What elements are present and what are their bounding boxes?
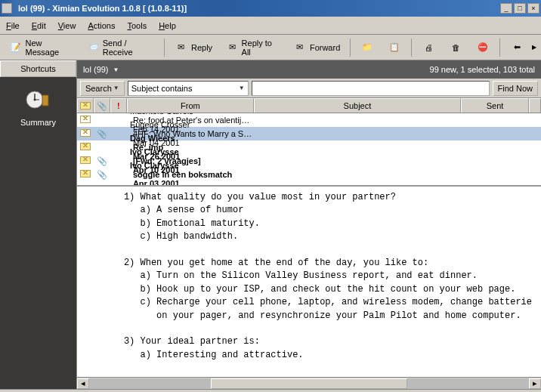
status-cell bbox=[77, 129, 94, 138]
folder-status: 99 new, 1 selected, 103 total bbox=[430, 65, 535, 74]
forward-icon: ✉ bbox=[293, 41, 307, 54]
paperclip-icon: 📎 bbox=[97, 170, 107, 179]
menu-file[interactable]: File bbox=[6, 21, 20, 30]
separator bbox=[411, 39, 412, 57]
folder-bar: lol (99) ▼ 99 new, 1 selected, 103 total bbox=[77, 60, 541, 79]
copy-button[interactable]: 📋 bbox=[382, 37, 407, 58]
window-title: lol (99) - Ximian Evolution 1.0.8 [ (1.0… bbox=[15, 4, 499, 13]
menu-actions[interactable]: Actions bbox=[88, 21, 115, 30]
shortcuts-header[interactable]: Shortcuts bbox=[0, 60, 76, 77]
paperclip-icon: 📎 bbox=[97, 156, 107, 165]
message-list[interactable]: Machteld Garrels Re: food at Peter's on … bbox=[77, 113, 541, 185]
horizontal-scrollbar[interactable]: ◂ ▸ bbox=[77, 377, 541, 389]
search-mode-select[interactable]: Subject contains ▼ bbox=[128, 81, 249, 96]
move-button[interactable]: 📁 bbox=[355, 37, 379, 58]
col-subject[interactable]: Subject bbox=[254, 98, 461, 113]
read-icon bbox=[80, 129, 91, 137]
chevron-down-icon: ▼ bbox=[239, 85, 245, 91]
statusbar: ⊶ bbox=[0, 389, 541, 392]
new-message-button[interactable]: 📝 New Message bbox=[5, 35, 79, 60]
svg-rect-4 bbox=[42, 95, 48, 106]
menu-edit[interactable]: Edit bbox=[32, 21, 46, 30]
move-icon: 📁 bbox=[360, 41, 374, 54]
trash-icon: 🗑 bbox=[449, 41, 462, 54]
reply-button[interactable]: ✉ Reply bbox=[169, 37, 218, 58]
subject-cell: soggie in een boksmatch bbox=[130, 170, 254, 179]
menu-view[interactable]: View bbox=[58, 21, 76, 30]
toolbar-more-arrow[interactable]: ▶ bbox=[532, 44, 536, 51]
send-receive-button[interactable]: 📨 Send / Receive bbox=[82, 35, 159, 60]
menu-help[interactable]: Help bbox=[159, 21, 176, 30]
unread-icon bbox=[80, 156, 91, 164]
separator bbox=[350, 39, 351, 57]
col-status[interactable] bbox=[77, 98, 94, 113]
scroll-left-arrow[interactable]: ◂ bbox=[77, 378, 89, 389]
read-icon bbox=[80, 116, 91, 123]
search-button[interactable]: Search ▼ bbox=[80, 81, 125, 96]
status-cell bbox=[77, 170, 94, 179]
separator bbox=[164, 39, 165, 57]
unread-icon bbox=[80, 170, 91, 177]
paperclip-icon: 📎 bbox=[97, 101, 107, 111]
compose-icon: 📝 bbox=[10, 41, 22, 54]
stop-icon: ⛔ bbox=[476, 41, 490, 54]
window-menu-icon[interactable] bbox=[2, 3, 12, 14]
col-flag[interactable]: ! bbox=[110, 98, 127, 113]
reply-all-button[interactable]: ✉ Reply to All bbox=[221, 35, 285, 60]
titlebar[interactable]: lol (99) - Ximian Evolution 1.0.8 [ (1.0… bbox=[0, 0, 541, 17]
paperclip-icon: 📎 bbox=[97, 129, 107, 138]
col-sent[interactable]: Sent bbox=[461, 98, 529, 113]
status-cell bbox=[77, 143, 94, 152]
search-input[interactable] bbox=[252, 81, 490, 96]
attach-cell: 📎 bbox=[94, 129, 110, 139]
shortcuts-panel: Shortcuts Summary bbox=[0, 60, 77, 389]
search-bar: Search ▼ Subject contains ▼ Find Now bbox=[77, 79, 541, 98]
message-row[interactable]: 📎Ivo Clarysse soggie in een boksmatchApr… bbox=[77, 168, 541, 181]
summary-label[interactable]: Summary bbox=[20, 118, 56, 127]
chevron-down-icon: ▼ bbox=[113, 66, 119, 73]
prev-icon: ⬅ bbox=[510, 41, 524, 54]
sent-cell: Apr 03 2001 bbox=[130, 179, 198, 185]
content-area: lol (99) ▼ 99 new, 1 selected, 103 total… bbox=[77, 60, 541, 389]
forward-button[interactable]: ✉ Forward bbox=[288, 37, 345, 58]
scroll-right-arrow[interactable]: ▸ bbox=[529, 378, 541, 389]
separator bbox=[499, 39, 500, 57]
attach-cell: 📎 bbox=[94, 170, 110, 180]
menu-tools[interactable]: Tools bbox=[127, 21, 147, 30]
status-cell bbox=[77, 116, 94, 125]
delete-button[interactable]: 🗑 bbox=[444, 37, 468, 58]
shortcuts-body: Summary bbox=[0, 77, 76, 389]
attach-cell: 📎 bbox=[94, 156, 110, 166]
maximize-button[interactable]: □ bbox=[514, 3, 526, 14]
stop-button[interactable]: ⛔ bbox=[471, 37, 495, 58]
menubar: File Edit View Actions Tools Help bbox=[0, 17, 541, 35]
summary-icon[interactable] bbox=[24, 86, 51, 113]
minimize-button[interactable]: _ bbox=[500, 3, 512, 14]
scroll-thumb[interactable] bbox=[211, 378, 407, 389]
print-button[interactable]: 🖨 bbox=[416, 37, 441, 58]
status-cell bbox=[77, 156, 94, 165]
find-now-button[interactable]: Find Now bbox=[493, 81, 538, 96]
message-preview[interactable]: 1) What quality do you value most in you… bbox=[77, 185, 541, 377]
toolbar: 📝 New Message 📨 Send / Receive ✉ Reply ✉… bbox=[0, 35, 541, 60]
chevron-down-icon: ▼ bbox=[113, 85, 119, 91]
col-attachment[interactable]: 📎 bbox=[94, 98, 110, 113]
col-scroll bbox=[529, 98, 541, 113]
close-button[interactable]: × bbox=[527, 3, 539, 14]
main-area: Shortcuts Summary lol (99) ▼ 99 new, 1 s… bbox=[0, 60, 541, 389]
print-icon: 🖨 bbox=[422, 41, 435, 54]
prev-button[interactable]: ⬅ bbox=[505, 37, 529, 58]
from-cell: Ivo Clarysse soggie in een boksmatchApr … bbox=[127, 161, 254, 185]
reply-icon: ✉ bbox=[175, 41, 188, 54]
envelope-icon bbox=[80, 102, 91, 110]
copy-icon: 📋 bbox=[388, 41, 401, 54]
send-receive-icon: 📨 bbox=[87, 41, 99, 54]
folder-selector[interactable]: lol (99) ▼ bbox=[83, 65, 119, 74]
message-list-header: 📎 ! From Subject Sent bbox=[77, 98, 541, 113]
unread-icon bbox=[80, 143, 91, 150]
flag-icon: ! bbox=[117, 101, 120, 110]
reply-all-icon: ✉ bbox=[226, 41, 238, 54]
col-from[interactable]: From bbox=[127, 98, 254, 113]
